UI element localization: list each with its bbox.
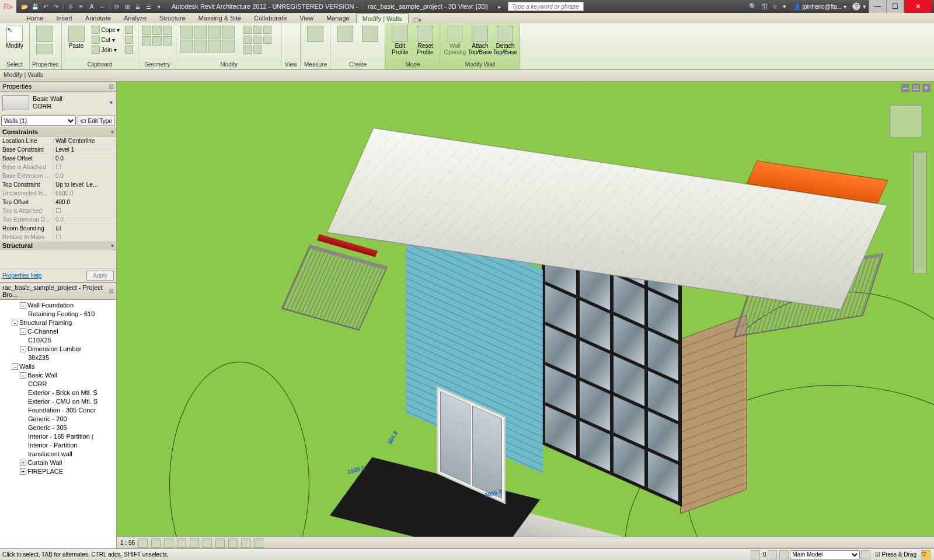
attach-button[interactable]: Attach Top/Base — [468, 24, 492, 57]
tree-node[interactable]: Generic - 305 — [1, 424, 115, 432]
join-button[interactable]: Join ▾ — [90, 45, 122, 54]
properties-close-icon[interactable]: ☒ — [109, 83, 114, 90]
tab-structure[interactable]: Structure — [153, 13, 192, 23]
edit-profile-button[interactable]: Edit Profile — [388, 24, 412, 57]
design-options-icon[interactable] — [779, 550, 789, 559]
minimize-button[interactable]: — — [869, 0, 886, 13]
property-row[interactable]: Base Extension ...0.0 — [0, 172, 116, 180]
wall-opening-button[interactable]: Wall Opening — [442, 24, 467, 57]
user-account[interactable]: 👤 jpinheiro@fta... ▾ — [790, 3, 850, 10]
tab-view[interactable]: View — [293, 13, 320, 23]
tree-node[interactable]: -Structural Framing — [1, 318, 115, 327]
sun-path-icon[interactable] — [164, 538, 173, 548]
tab-home[interactable]: Home — [20, 13, 50, 23]
property-row[interactable]: Room Bounding — [0, 224, 116, 233]
type-selector[interactable]: Basic WallCORR ▼ — [0, 92, 116, 114]
tree-node[interactable]: Interior - 165 Partition ( — [1, 432, 115, 441]
properties-help-link[interactable]: Properties help — [2, 272, 41, 279]
rendering-icon[interactable] — [190, 538, 199, 548]
shadows-icon[interactable] — [177, 538, 186, 548]
key-icon[interactable]: ⚿ — [761, 3, 768, 10]
exchange-icon[interactable]: ✦ — [782, 3, 787, 10]
detail-level-icon[interactable] — [138, 538, 148, 548]
view-close-icon[interactable]: ✕ — [922, 84, 930, 92]
property-row[interactable]: Top Extension D...0.0 — [0, 215, 116, 224]
filter-select[interactable]: Walls (1) — [1, 116, 76, 126]
notch-button[interactable] — [123, 35, 135, 44]
tab-manage[interactable]: Manage — [320, 13, 356, 23]
reveal-icon[interactable] — [254, 538, 263, 548]
tree-node[interactable]: translucent wall — [1, 450, 115, 459]
tree-node[interactable]: C10X25 — [1, 336, 115, 345]
navigation-bar[interactable] — [913, 152, 927, 274]
ribbon-expand-icon[interactable]: ☐▾ — [413, 17, 421, 23]
reset-profile-button[interactable]: Reset Profile — [413, 24, 437, 57]
apply-button[interactable]: Apply — [86, 271, 114, 281]
editable-only-icon[interactable] — [768, 550, 777, 559]
property-row[interactable]: Base Offset0.0 — [0, 154, 116, 163]
modify-button[interactable]: ↖Modify — [2, 24, 27, 50]
tab-insert[interactable]: Insert — [50, 13, 79, 23]
crop-region-icon[interactable] — [215, 538, 225, 548]
edit-type-button[interactable]: 🏷Edit Type — [78, 116, 115, 126]
filter-icon[interactable]: ▽ — [921, 550, 930, 559]
property-row[interactable]: Top ConstraintUp to level: Le... — [0, 180, 116, 189]
print-icon[interactable]: ⎙ — [66, 2, 75, 11]
measure-button[interactable] — [303, 24, 327, 43]
properties-button[interactable] — [32, 24, 57, 55]
tree-node[interactable]: -Wall Foundation — [1, 301, 115, 310]
thin-lines-icon[interactable]: ≣ — [133, 2, 142, 11]
cut-button[interactable]: Cut ▾ — [90, 35, 122, 44]
workset-select[interactable]: Main Model — [790, 550, 860, 559]
property-row[interactable]: Top Offset400.0 — [0, 198, 116, 206]
tab-annotate[interactable]: Annotate — [79, 13, 117, 23]
crop-icon[interactable] — [203, 538, 212, 548]
exclude-options-icon[interactable] — [861, 550, 870, 559]
geometry-tools[interactable] — [141, 24, 173, 47]
sync-icon[interactable]: ⟳ — [112, 2, 121, 11]
redo-icon[interactable]: ↷ — [51, 2, 61, 11]
create-button[interactable] — [333, 24, 357, 43]
tree-node[interactable]: Retaining Footing - 610 — [1, 310, 115, 318]
property-row[interactable]: Unconnected H...6800.0 — [0, 189, 116, 198]
section-icon[interactable]: ⊞ — [123, 2, 132, 11]
search-input[interactable] — [508, 2, 584, 11]
tree-node[interactable]: -Walls — [1, 362, 115, 371]
detach-button[interactable]: Detach Top/Base — [493, 24, 517, 57]
property-row[interactable]: Base is Attached — [0, 163, 116, 172]
view-minimize-icon[interactable]: — — [901, 84, 909, 92]
tree-node[interactable]: Foundation - 305 Concr — [1, 406, 115, 415]
tree-node[interactable]: Interior - Partition — [1, 441, 115, 450]
recent-docs-icon[interactable]: ▸ — [495, 2, 504, 11]
property-row[interactable]: Base ConstraintLevel 1 — [0, 145, 116, 154]
switch-windows-icon[interactable]: ▾ — [154, 2, 163, 11]
lock-icon[interactable] — [228, 538, 238, 548]
section-structural[interactable]: Structural⬦ — [0, 242, 116, 250]
property-row[interactable]: Related to Mass — [0, 233, 116, 242]
scale-label[interactable]: 1 : 96 — [120, 540, 135, 546]
tab-modify-walls[interactable]: Modify | Walls — [356, 13, 409, 23]
press-drag-checkbox[interactable]: ☑Press & Drag — [875, 551, 916, 558]
close-views-icon[interactable]: ☰ — [144, 2, 153, 11]
property-row[interactable]: Top is Attached — [0, 206, 116, 215]
tree-node[interactable]: 38x235 — [1, 354, 115, 362]
measure-icon[interactable]: ≡ — [76, 2, 86, 11]
undo-icon[interactable]: ↶ — [41, 2, 50, 11]
text-icon[interactable]: A — [87, 2, 96, 11]
match-button[interactable] — [123, 25, 135, 34]
save-icon[interactable]: 💾 — [30, 2, 40, 11]
tree-node[interactable]: +Curtain Wall — [1, 459, 115, 467]
tree-node[interactable]: -Dimension Lumber — [1, 345, 115, 354]
tree-node[interactable]: -C-Channel — [1, 327, 115, 336]
tree-node[interactable]: CORR — [1, 380, 115, 388]
view-maximize-icon[interactable]: ☐ — [912, 84, 920, 92]
binoculars-icon[interactable]: 🔍 — [749, 3, 757, 10]
modify-tools[interactable] — [179, 24, 241, 54]
demolish-button[interactable] — [123, 45, 135, 54]
worksets-icon[interactable] — [751, 550, 760, 559]
tree-node[interactable]: +FIREPLACE — [1, 467, 115, 476]
star-icon[interactable]: ☆ — [772, 3, 778, 10]
open-icon[interactable]: 📂 — [20, 2, 29, 11]
view-cube[interactable] — [890, 105, 922, 138]
project-tree[interactable]: -Wall FoundationRetaining Footing - 610-… — [0, 300, 116, 548]
